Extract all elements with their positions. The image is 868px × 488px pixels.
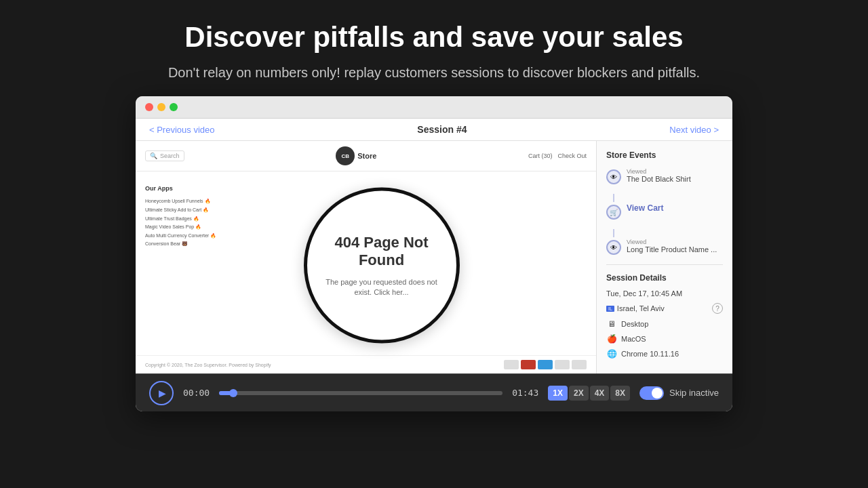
store-preview: 🔍 Search CB Store Cart (30) Check Out Ou…: [136, 141, 596, 373]
flag-icon: IL: [606, 306, 614, 312]
payment-icon-1: [504, 360, 519, 369]
progress-dot: [229, 389, 237, 397]
dot-yellow[interactable]: [157, 103, 165, 111]
view-icon-2: 👁: [606, 240, 621, 255]
store-search[interactable]: 🔍 Search: [145, 150, 184, 161]
search-text: Search: [160, 152, 180, 159]
page-subtitle: Don't relay on numbers only! replay cust…: [168, 62, 700, 83]
error-title: 404 Page Not Found: [321, 233, 443, 268]
play-icon: ▶: [159, 388, 166, 399]
skip-inactive-toggle[interactable]: [639, 386, 664, 400]
help-icon[interactable]: ?: [712, 303, 723, 314]
payment-icon-4: [555, 360, 570, 369]
dot-green[interactable]: [170, 103, 178, 111]
progress-bar[interactable]: [219, 391, 502, 395]
location-text: Israel, Tel Aviv: [617, 304, 709, 312]
store-header: 🔍 Search CB Store Cart (30) Check Out: [136, 141, 596, 171]
event-content-2: View Cart: [627, 203, 663, 213]
toggle-knob: [652, 388, 663, 399]
time-current: 00:00: [183, 388, 210, 398]
event-name-3: Long Title Product Name ...: [627, 245, 717, 253]
payment-icon-3: [538, 360, 553, 369]
prev-video-link[interactable]: < Previous video: [149, 125, 214, 135]
main-area: 🔍 Search CB Store Cart (30) Check Out Ou…: [136, 141, 732, 373]
session-nav: < Previous video Session #4 Next video >: [136, 119, 732, 141]
cart-link[interactable]: Cart (30): [528, 152, 553, 159]
payment-icon-5: [572, 360, 587, 369]
skip-label: Skip inactive: [669, 388, 719, 398]
desktop-icon: 🖥: [606, 319, 617, 329]
right-panel: Store Events 👁 Viewed The Dot Black Shir…: [597, 141, 732, 373]
chrome-icon: 🌐: [606, 349, 617, 359]
store-footer: Copyright © 2020, The Zoo Supervisor. Po…: [136, 355, 596, 373]
speed-1x[interactable]: 1X: [548, 386, 568, 401]
location-row: IL Israel, Tel Aviv ?: [606, 303, 723, 314]
speed-controls: 1X 2X 4X 8X: [548, 386, 630, 401]
play-button[interactable]: ▶: [149, 381, 174, 405]
event-view-cart[interactable]: 🛒 View Cart: [606, 203, 723, 220]
session-details-title: Session Details: [606, 264, 723, 283]
event-name-2: View Cart: [627, 203, 663, 213]
os-row: 🍎 MacOS: [606, 334, 723, 344]
device-row: 🖥 Desktop: [606, 319, 723, 329]
player-controls: ▶ 00:00 01:43 1X 2X 4X 8X Skip inactive: [136, 373, 732, 411]
dot-red[interactable]: [145, 103, 153, 111]
session-title: Session #4: [417, 124, 467, 135]
header-section: Discover pitfalls and save your sales Do…: [155, 0, 713, 96]
browser-text: Chrome 10.11.16: [621, 350, 679, 358]
speed-4x[interactable]: 4X: [590, 386, 610, 401]
logo-icon: CB: [336, 146, 355, 165]
page-title: Discover pitfalls and save your sales: [168, 20, 700, 54]
event-content-3: Viewed Long Title Product Name ...: [627, 239, 717, 253]
copyright-text: Copyright © 2020, The Zoo Supervisor. Po…: [145, 363, 271, 367]
payment-icon-2: [521, 360, 536, 369]
event-connector-1: [613, 194, 614, 202]
store-nav-links: Cart (30) Check Out: [528, 152, 587, 159]
next-video-link[interactable]: Next video >: [669, 125, 719, 135]
event-viewed-product: 👁 Viewed Long Title Product Name ...: [606, 239, 723, 255]
os-text: MacOS: [621, 335, 646, 343]
store-logo: CB Store: [336, 146, 376, 165]
payment-icons: [504, 360, 587, 369]
event-name-1: The Dot Black Shirt: [627, 175, 691, 183]
store-events-title: Store Events: [606, 150, 723, 160]
store-name: Store: [357, 152, 376, 160]
error-subtitle: The page you requested does not exist. C…: [321, 277, 443, 298]
video-preview: 🔍 Search CB Store Cart (30) Check Out Ou…: [136, 141, 597, 373]
speed-2x[interactable]: 2X: [569, 386, 589, 401]
cart-icon: 🛒: [606, 205, 621, 220]
event-connector-2: [613, 229, 614, 237]
browser-window: < Previous video Session #4 Next video >…: [136, 96, 732, 411]
browser-row: 🌐 Chrome 10.11.16: [606, 349, 723, 359]
event-viewed-shirt: 👁 Viewed The Dot Black Shirt: [606, 168, 723, 184]
time-total: 01:43: [512, 388, 538, 398]
apple-icon: 🍎: [606, 334, 617, 344]
event-action-1: Viewed: [627, 168, 691, 175]
event-action-3: Viewed: [627, 239, 717, 245]
view-icon-1: 👁: [606, 169, 621, 184]
browser-chrome: [136, 96, 732, 119]
speed-8x[interactable]: 8X: [610, 386, 630, 401]
session-date: Tue, Dec 17, 10:45 AM: [606, 289, 723, 298]
checkout-link[interactable]: Check Out: [557, 152, 587, 159]
search-icon: 🔍: [150, 152, 157, 159]
device-text: Desktop: [621, 320, 648, 328]
skip-toggle: Skip inactive: [639, 386, 719, 400]
event-content-1: Viewed The Dot Black Shirt: [627, 168, 691, 183]
error-magnify-circle: 404 Page Not Found The page you requeste…: [304, 187, 460, 343]
